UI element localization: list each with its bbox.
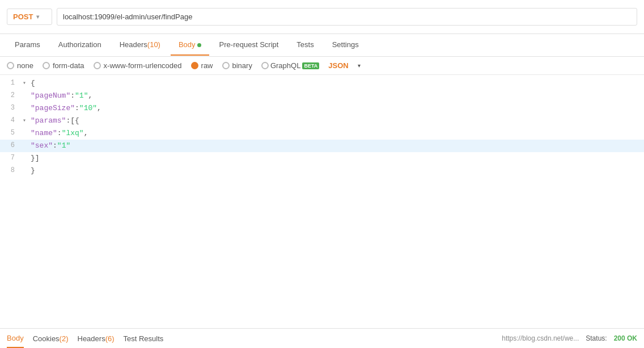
tab-settings[interactable]: Settings [324, 35, 367, 56]
body-type-urlencoded[interactable]: x-www-form-urlencoded [94, 61, 182, 70]
tab-tests[interactable]: Tests [289, 35, 321, 56]
line-content: }] [28, 152, 644, 165]
code-line-4: 4▾ "params":[{ [0, 115, 644, 127]
tab-params[interactable]: Params [7, 35, 48, 56]
tab-headers[interactable]: Headers(10) [112, 35, 168, 56]
method-dropdown[interactable]: POST ▾ [7, 9, 52, 25]
line-content: } [28, 165, 644, 177]
line-content: "name":"lxq", [28, 127, 644, 140]
code-line-6: 6 "sex":"1" [0, 140, 644, 152]
line-arrow [20, 90, 28, 102]
code-line-7: 7 }] [0, 152, 644, 165]
tab-prerequest[interactable]: Pre-request Script [211, 35, 287, 56]
line-number: 4 [0, 115, 20, 127]
body-type-form-data[interactable]: form-data [43, 61, 84, 70]
line-number: 5 [0, 127, 20, 140]
beta-badge: BETA [302, 62, 319, 69]
line-number: 6 [0, 140, 20, 152]
method-label: POST [13, 12, 33, 21]
line-number: 3 [0, 102, 20, 115]
json-dropdown-arrow[interactable]: ▾ [358, 62, 361, 69]
line-arrow: ▾ [20, 115, 28, 127]
method-chevron: ▾ [36, 14, 39, 20]
tab-body[interactable]: Body [171, 35, 209, 56]
code-line-8: 8} [0, 165, 644, 177]
body-type-bar: none form-data x-www-form-urlencoded raw… [0, 57, 644, 75]
code-editor[interactable]: 1▾{2 "pageNum":"1",3 "pageSize":"10",4▾ … [0, 75, 644, 328]
line-number: 8 [0, 165, 20, 177]
radio-graphql [261, 62, 269, 69]
line-arrow [20, 165, 28, 177]
line-number: 1 [0, 77, 20, 90]
line-arrow: ▾ [20, 77, 28, 90]
radio-raw [191, 62, 198, 69]
tab-authorization[interactable]: Authorization [50, 35, 109, 56]
bottom-status: https://blog.csdn.net/we... Status: 200 … [502, 334, 637, 342]
line-number: 7 [0, 152, 20, 165]
line-content: { [28, 77, 644, 90]
body-dot [197, 43, 201, 47]
bottom-tabs: Body Cookies(2) Headers(6) Test Results [7, 329, 163, 348]
bottom-tab-body[interactable]: Body [7, 329, 24, 348]
body-type-graphql[interactable]: GraphQL BETA [261, 61, 319, 70]
json-label[interactable]: JSON [328, 61, 348, 70]
line-arrow [20, 102, 28, 115]
body-type-raw[interactable]: raw [191, 61, 213, 70]
code-line-5: 5 "name":"lxq", [0, 127, 644, 140]
line-arrow [20, 140, 28, 152]
response-url: https://blog.csdn.net/we... [502, 334, 579, 342]
tab-bar: Params Authorization Headers(10) Body Pr… [0, 34, 644, 57]
body-type-binary[interactable]: binary [222, 61, 252, 70]
bottom-tab-headers[interactable]: Headers(6) [78, 330, 115, 347]
line-arrow [20, 152, 28, 165]
code-line-2: 2 "pageNum":"1", [0, 90, 644, 102]
body-type-none[interactable]: none [7, 61, 33, 70]
status-label: Status: [586, 334, 607, 342]
line-content: "pageSize":"10", [28, 102, 644, 115]
line-content: "pageNum":"1", [28, 90, 644, 102]
bottom-tab-test-results[interactable]: Test Results [124, 330, 164, 347]
line-arrow [20, 127, 28, 140]
bottom-bar: Body Cookies(2) Headers(6) Test Results … [0, 328, 644, 348]
radio-binary [222, 62, 230, 69]
code-line-1: 1▾{ [0, 77, 644, 90]
radio-none [7, 62, 14, 69]
line-content: "sex":"1" [28, 140, 644, 152]
radio-form-data [43, 62, 50, 69]
bottom-tab-cookies[interactable]: Cookies(2) [33, 330, 69, 347]
url-input[interactable] [57, 8, 637, 26]
line-content: "params":[{ [28, 115, 644, 127]
url-bar: POST ▾ [0, 0, 644, 34]
radio-urlencoded [94, 62, 101, 69]
status-code: 200 OK [614, 334, 637, 342]
code-line-3: 3 "pageSize":"10", [0, 102, 644, 115]
line-number: 2 [0, 90, 20, 102]
